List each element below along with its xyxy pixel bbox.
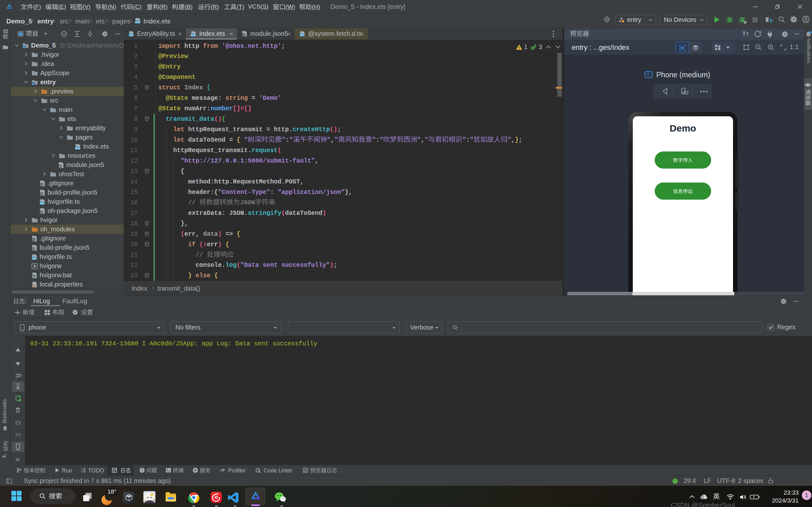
svg-text:T: T xyxy=(647,72,649,77)
svg-text:TS: TS xyxy=(40,202,44,205)
svg-text:ETS: ETS xyxy=(75,147,80,150)
svg-text:⚙: ⚙ xyxy=(59,164,61,168)
svg-text:T: T xyxy=(746,32,749,37)
svg-text:TS: TS xyxy=(129,34,132,37)
svg-text:ETS: ETS xyxy=(191,34,195,37)
svg-text:⚙: ⚙ xyxy=(40,192,43,195)
svg-text:⚙: ⚙ xyxy=(40,210,43,214)
svg-text:TS: TS xyxy=(32,257,36,260)
svg-text:⚙: ⚙ xyxy=(32,247,35,250)
svg-text:T: T xyxy=(742,31,746,37)
svg-text:TS: TS xyxy=(300,34,303,37)
svg-text:⚙: ⚙ xyxy=(243,33,245,36)
svg-text:ETS: ETS xyxy=(135,21,140,24)
